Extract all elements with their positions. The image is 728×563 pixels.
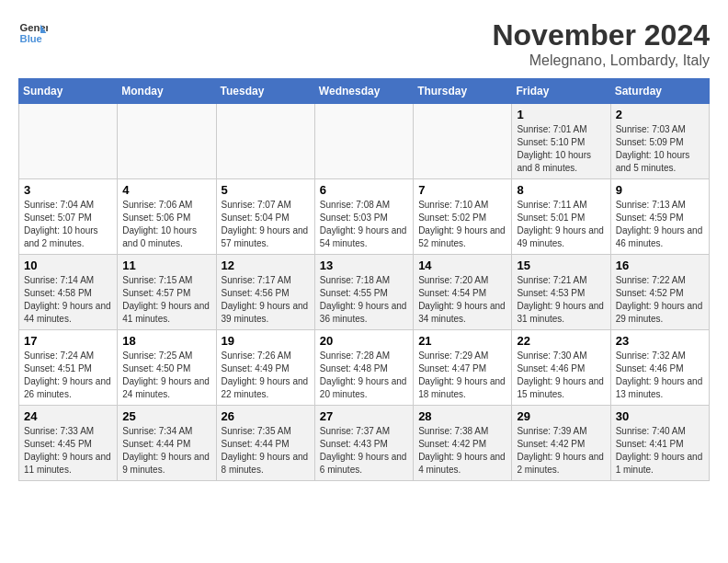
- header-thursday: Thursday: [414, 79, 512, 104]
- header-row: Sunday Monday Tuesday Wednesday Thursday…: [19, 79, 710, 104]
- calendar-cell: 3Sunrise: 7:04 AM Sunset: 5:07 PM Daylig…: [19, 179, 118, 255]
- calendar-cell: 11Sunrise: 7:15 AM Sunset: 4:57 PM Dayli…: [118, 255, 216, 330]
- day-info: Sunrise: 7:24 AM Sunset: 4:51 PM Dayligh…: [24, 350, 112, 401]
- day-number: 4: [122, 183, 210, 197]
- calendar-cell: 30Sunrise: 7:40 AM Sunset: 4:41 PM Dayli…: [610, 406, 709, 481]
- day-number: 27: [320, 409, 408, 423]
- calendar-cell: 6Sunrise: 7:08 AM Sunset: 5:03 PM Daylig…: [314, 179, 413, 255]
- day-info: Sunrise: 7:32 AM Sunset: 4:46 PM Dayligh…: [616, 350, 704, 401]
- calendar-cell: 20Sunrise: 7:28 AM Sunset: 4:48 PM Dayli…: [314, 330, 413, 406]
- day-info: Sunrise: 7:07 AM Sunset: 5:04 PM Dayligh…: [222, 199, 310, 250]
- day-number: 29: [517, 409, 605, 423]
- day-number: 15: [517, 259, 605, 272]
- calendar-cell: 22Sunrise: 7:30 AM Sunset: 4:46 PM Dayli…: [512, 330, 610, 406]
- calendar-cell: 2Sunrise: 7:03 AM Sunset: 5:09 PM Daylig…: [610, 104, 709, 179]
- day-info: Sunrise: 7:18 AM Sunset: 4:55 PM Dayligh…: [320, 274, 408, 326]
- day-number: 13: [320, 259, 408, 272]
- day-info: Sunrise: 7:37 AM Sunset: 4:43 PM Dayligh…: [320, 425, 408, 477]
- calendar-body: 1Sunrise: 7:01 AM Sunset: 5:10 PM Daylig…: [19, 104, 710, 481]
- calendar-cell: 16Sunrise: 7:22 AM Sunset: 4:52 PM Dayli…: [610, 255, 709, 330]
- calendar-cell: [118, 104, 216, 179]
- day-info: Sunrise: 7:17 AM Sunset: 4:56 PM Dayligh…: [222, 274, 310, 326]
- calendar-week-3: 17Sunrise: 7:24 AM Sunset: 4:51 PM Dayli…: [19, 330, 710, 406]
- calendar-week-0: 1Sunrise: 7:01 AM Sunset: 5:10 PM Daylig…: [19, 104, 710, 179]
- calendar-cell: 7Sunrise: 7:10 AM Sunset: 5:02 PM Daylig…: [414, 179, 512, 255]
- day-info: Sunrise: 7:28 AM Sunset: 4:48 PM Dayligh…: [320, 350, 408, 401]
- day-number: 9: [616, 183, 704, 197]
- svg-text:Blue: Blue: [20, 33, 42, 44]
- calendar-cell: 25Sunrise: 7:34 AM Sunset: 4:44 PM Dayli…: [118, 406, 216, 481]
- calendar-table: Sunday Monday Tuesday Wednesday Thursday…: [18, 78, 710, 481]
- day-number: 23: [616, 334, 704, 348]
- day-number: 2: [616, 108, 704, 121]
- header-tuesday: Tuesday: [216, 79, 314, 104]
- calendar-header: Sunday Monday Tuesday Wednesday Thursday…: [19, 79, 710, 104]
- calendar-cell: 14Sunrise: 7:20 AM Sunset: 4:54 PM Dayli…: [414, 255, 512, 330]
- calendar-cell: 29Sunrise: 7:39 AM Sunset: 4:42 PM Dayli…: [512, 406, 610, 481]
- calendar-cell: 21Sunrise: 7:29 AM Sunset: 4:47 PM Dayli…: [414, 330, 512, 406]
- day-number: 16: [616, 259, 704, 272]
- day-number: 3: [24, 183, 112, 197]
- day-info: Sunrise: 7:40 AM Sunset: 4:41 PM Dayligh…: [616, 425, 704, 477]
- calendar-cell: 19Sunrise: 7:26 AM Sunset: 4:49 PM Dayli…: [216, 330, 314, 406]
- header-friday: Friday: [512, 79, 610, 104]
- day-number: 26: [222, 409, 310, 423]
- day-number: 21: [418, 334, 506, 348]
- calendar-cell: 1Sunrise: 7:01 AM Sunset: 5:10 PM Daylig…: [512, 104, 610, 179]
- calendar-week-2: 10Sunrise: 7:14 AM Sunset: 4:58 PM Dayli…: [19, 255, 710, 330]
- day-info: Sunrise: 7:08 AM Sunset: 5:03 PM Dayligh…: [320, 199, 408, 250]
- calendar-cell: 12Sunrise: 7:17 AM Sunset: 4:56 PM Dayli…: [216, 255, 314, 330]
- day-info: Sunrise: 7:22 AM Sunset: 4:52 PM Dayligh…: [616, 274, 704, 326]
- day-number: 28: [418, 409, 506, 423]
- calendar-cell: 18Sunrise: 7:25 AM Sunset: 4:50 PM Dayli…: [118, 330, 216, 406]
- header-saturday: Saturday: [610, 79, 709, 104]
- day-info: Sunrise: 7:30 AM Sunset: 4:46 PM Dayligh…: [517, 350, 605, 401]
- day-info: Sunrise: 7:39 AM Sunset: 4:42 PM Dayligh…: [517, 425, 605, 477]
- calendar-cell: 15Sunrise: 7:21 AM Sunset: 4:53 PM Dayli…: [512, 255, 610, 330]
- calendar-cell: 13Sunrise: 7:18 AM Sunset: 4:55 PM Dayli…: [314, 255, 413, 330]
- calendar-cell: 23Sunrise: 7:32 AM Sunset: 4:46 PM Dayli…: [610, 330, 709, 406]
- day-info: Sunrise: 7:01 AM Sunset: 5:10 PM Dayligh…: [517, 123, 605, 175]
- calendar-week-4: 24Sunrise: 7:33 AM Sunset: 4:45 PM Dayli…: [19, 406, 710, 481]
- day-info: Sunrise: 7:29 AM Sunset: 4:47 PM Dayligh…: [418, 350, 506, 401]
- calendar-cell: 5Sunrise: 7:07 AM Sunset: 5:04 PM Daylig…: [216, 179, 314, 255]
- calendar-cell: [216, 104, 314, 179]
- calendar-cell: 26Sunrise: 7:35 AM Sunset: 4:44 PM Dayli…: [216, 406, 314, 481]
- day-info: Sunrise: 7:35 AM Sunset: 4:44 PM Dayligh…: [222, 425, 310, 477]
- day-info: Sunrise: 7:34 AM Sunset: 4:44 PM Dayligh…: [122, 425, 210, 477]
- day-number: 10: [24, 259, 112, 272]
- calendar-cell: 4Sunrise: 7:06 AM Sunset: 5:06 PM Daylig…: [118, 179, 216, 255]
- day-info: Sunrise: 7:13 AM Sunset: 4:59 PM Dayligh…: [616, 199, 704, 250]
- day-info: Sunrise: 7:25 AM Sunset: 4:50 PM Dayligh…: [122, 350, 210, 401]
- calendar-cell: 10Sunrise: 7:14 AM Sunset: 4:58 PM Dayli…: [19, 255, 118, 330]
- day-info: Sunrise: 7:33 AM Sunset: 4:45 PM Dayligh…: [24, 425, 112, 477]
- day-number: 8: [517, 183, 605, 197]
- day-number: 30: [616, 409, 704, 423]
- day-number: 20: [320, 334, 408, 348]
- day-info: Sunrise: 7:38 AM Sunset: 4:42 PM Dayligh…: [418, 425, 506, 477]
- day-number: 5: [222, 183, 310, 197]
- logo-icon: General Blue: [18, 18, 48, 48]
- calendar-cell: 8Sunrise: 7:11 AM Sunset: 5:01 PM Daylig…: [512, 179, 610, 255]
- day-number: 14: [418, 259, 506, 272]
- day-info: Sunrise: 7:11 AM Sunset: 5:01 PM Dayligh…: [517, 199, 605, 250]
- calendar-cell: 9Sunrise: 7:13 AM Sunset: 4:59 PM Daylig…: [610, 179, 709, 255]
- day-info: Sunrise: 7:04 AM Sunset: 5:07 PM Dayligh…: [24, 199, 112, 250]
- calendar-week-1: 3Sunrise: 7:04 AM Sunset: 5:07 PM Daylig…: [19, 179, 710, 255]
- day-number: 25: [122, 409, 210, 423]
- day-number: 24: [24, 409, 112, 423]
- day-number: 6: [320, 183, 408, 197]
- day-number: 12: [222, 259, 310, 272]
- title-area: November 2024 Melegnano, Lombardy, Italy: [492, 18, 710, 69]
- day-info: Sunrise: 7:21 AM Sunset: 4:53 PM Dayligh…: [517, 274, 605, 326]
- header-monday: Monday: [118, 79, 216, 104]
- day-info: Sunrise: 7:10 AM Sunset: 5:02 PM Dayligh…: [418, 199, 506, 250]
- day-info: Sunrise: 7:20 AM Sunset: 4:54 PM Dayligh…: [418, 274, 506, 326]
- calendar-cell: [414, 104, 512, 179]
- calendar-cell: 24Sunrise: 7:33 AM Sunset: 4:45 PM Dayli…: [19, 406, 118, 481]
- day-number: 22: [517, 334, 605, 348]
- day-number: 1: [517, 108, 605, 121]
- day-number: 11: [122, 259, 210, 272]
- day-number: 18: [122, 334, 210, 348]
- day-info: Sunrise: 7:14 AM Sunset: 4:58 PM Dayligh…: [24, 274, 112, 326]
